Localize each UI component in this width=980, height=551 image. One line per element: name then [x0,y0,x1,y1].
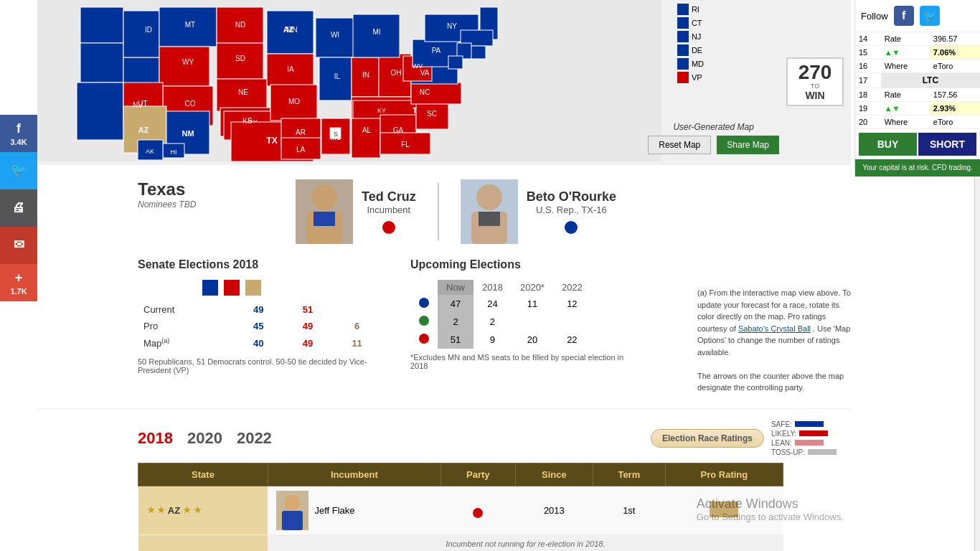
svg-text:CO: CO [185,100,196,108]
user-generated-label: User-Generated Map [673,122,754,132]
stats-row-current: Current 49 51 [138,301,382,318]
candidate2-info: Beto O'Rourke U.S. Rep., TX-16 [527,189,616,234]
ratings-likely: LIKELY: [771,430,837,438]
twitter-button[interactable]: 🐦 [0,152,37,189]
map-tan: 11 [332,334,382,352]
buy-button[interactable]: BUY [859,133,917,156]
us-map[interactable]: AZ NM OK TX AR [37,0,661,161]
svg-rect-1 [80,7,123,43]
candidate1-photo [296,179,353,244]
candidate1-party-dot [382,221,395,234]
year-2022-header: 2022 [553,280,591,295]
sabato-link[interactable]: Sabato's Crystal Ball [738,324,811,333]
row-label: Map(a) [138,334,234,352]
legend-color-md [677,58,689,70]
twitter-icon: 🐦 [11,162,27,178]
candidate1-title: Incumbent [362,204,416,215]
pro-blue: 45 [234,318,283,334]
candidate2-block: Beto O'Rourke U.S. Rep., TX-16 [446,179,631,244]
email-button[interactable]: ✉ [0,227,37,264]
legend-ri: RI [677,4,704,15]
map-buttons: Reset Map Share Map [648,136,779,154]
flake-note: Incumbent not running for re-election in… [268,534,783,551]
svg-text:LA: LA [296,146,306,154]
svg-text:NY: NY [447,22,457,30]
state-legend: RI CT NJ DE MD VP [677,4,704,83]
svg-text:KS: KS [242,117,253,125]
facebook-button[interactable]: f 3.4K [0,115,37,152]
green-dot [419,316,429,326]
svg-rect-7 [159,47,209,86]
blue-legend [202,280,218,296]
tab-2018[interactable]: 2018 [138,429,173,448]
ratings-lean: LEAN: [771,439,837,447]
ratings-tossup: TOSS-UP: [771,448,837,456]
table-header-row: State Incumbent Party Since Term Pro Rat… [138,463,783,486]
svg-text:MT: MT [185,21,195,29]
print-button[interactable]: 🖨 [0,189,37,227]
plus-icon: + [15,270,23,286]
counter-number: 270 [795,62,835,83]
follow-twitter-icon[interactable]: 🐦 [920,6,940,26]
svg-text:PA: PA [432,47,441,55]
legend-color-ct [677,17,689,29]
nominees-tbd: Nominees TBD [138,199,281,209]
green-2020 [512,313,553,331]
row-label: Current [138,301,234,318]
tossup-color [808,449,837,455]
legend-md: MD [677,58,704,70]
svg-point-98 [284,495,300,511]
follow-facebook-icon[interactable]: f [894,6,914,26]
svg-rect-38 [353,14,400,57]
social-sidebar: f 3.4K 🐦 🖨 ✉ + 1.7K [0,115,37,301]
email-icon: ✉ [14,237,24,253]
share-map-button[interactable]: Share Map [717,136,779,154]
now-blue: 47 [438,295,473,313]
red-legend [224,280,240,296]
upcoming-row-blue: 47 24 11 12 [410,295,591,313]
tab-2020[interactable]: 2020 [187,429,222,448]
svg-text:AR: AR [296,128,306,136]
red-2018: 9 [473,331,512,349]
reset-map-button[interactable]: Reset Map [648,136,711,154]
svg-point-90 [311,184,337,210]
legend-row [138,280,382,296]
svg-text:FL: FL [401,141,410,149]
notes-section: (a) From the interactive map view above.… [697,258,851,394]
crypto-row: 18 Rate 157.56 [855,88,980,102]
blue-2022: 12 [553,295,591,313]
safe-color [795,421,824,427]
col-pro-rating: Pro Rating [665,463,783,486]
svg-rect-3 [77,83,123,140]
stats-row-pro: Pro 45 49 6 [138,318,382,334]
ratings-badge-button[interactable]: Election Race Ratings [651,429,764,448]
map-red: 49 [283,334,333,352]
notes-text3: The arrows on the counter above the map … [697,370,851,394]
upcoming-table: Now 2018 2020* 2022 47 24 11 12 [410,280,591,349]
upcoming-header-row: Now 2018 2020* 2022 [410,280,591,295]
right-panel: Follow f 🐦 14 Rate 396.57 15 ▲▼ 7.06% 16… [854,0,980,176]
tab-2022[interactable]: 2022 [237,429,272,448]
crypto-ltc-header: 17 LTC [855,73,980,88]
svg-point-94 [476,184,502,210]
svg-text:WI: WI [331,31,339,39]
facebook-icon: f [17,121,21,136]
follow-label: Follow [861,11,888,22]
col-incumbent: Incumbent [268,463,440,486]
upcoming-elections: Upcoming Elections Now 2018 2020* 2022 4… [410,258,640,394]
pro-red: 49 [283,318,333,334]
ratings-safe: SAFE: [771,420,837,428]
pro-tan: 6 [332,318,382,334]
crypto-table: 14 Rate 396.57 15 ▲▼ 7.06% 16 Where eTor… [855,32,980,129]
ted-cruz-photo [296,179,353,244]
svg-text:S: S [334,131,338,138]
incumbent-table: State Incumbent Party Since Term Pro Rat… [138,463,783,552]
cell-term-az: 1st [593,486,665,534]
now-header: Now [438,280,473,295]
svg-text:SD: SD [235,55,245,62]
red-2020: 20 [512,331,553,349]
svg-text:AZ: AZ [138,126,149,134]
row-label: Pro [138,318,234,334]
short-button[interactable]: SHORT [918,133,976,156]
plus-button[interactable]: + 1.7K [0,264,37,301]
